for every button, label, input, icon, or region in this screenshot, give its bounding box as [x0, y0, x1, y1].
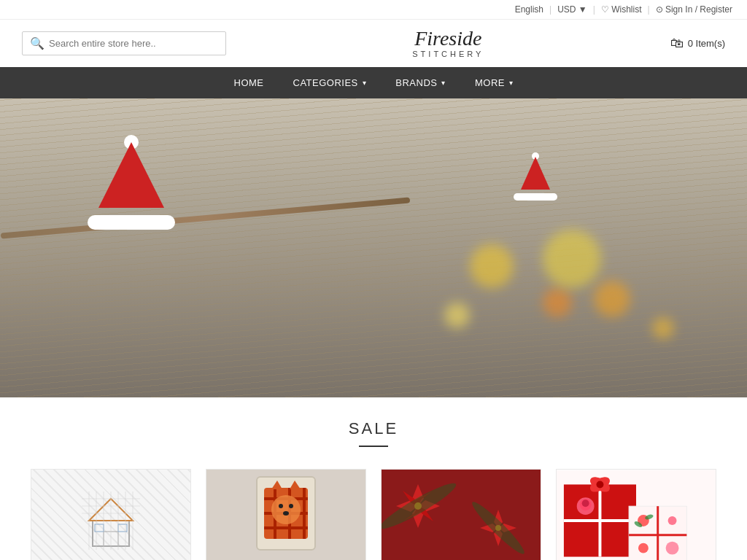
separator-2: |	[593, 4, 595, 15]
svg-point-55	[582, 499, 589, 507]
house-svg	[82, 491, 140, 550]
top-bar: English | USD ▼ | ♡ Wishlist | ⊙ Sign In…	[0, 0, 747, 20]
bokeh-light-6	[652, 317, 674, 339]
santa-hat-left	[88, 142, 175, 230]
chevron-down-icon: ▾	[363, 79, 367, 87]
hero-scene	[0, 98, 747, 397]
product-card-4[interactable]	[556, 469, 716, 560]
chevron-down-icon-2: ▾	[441, 79, 446, 87]
language-selector[interactable]: English	[515, 4, 543, 15]
product-img-giftwrap	[557, 470, 716, 560]
wishlist-link[interactable]: ♡ Wishlist	[601, 4, 642, 15]
search-input[interactable]	[49, 38, 218, 49]
nav-home-label: HOME	[234, 77, 264, 88]
product-image-2	[206, 470, 365, 560]
header: 🔍 Fireside STITCHERY 🛍 0 Item(s)	[0, 20, 747, 67]
logo-sub: STITCHERY	[412, 50, 484, 58]
hat-brim	[88, 215, 175, 230]
product-image-3	[382, 470, 541, 560]
account-link[interactable]: ⊙ Sign In / Register	[656, 4, 732, 15]
product-card-1[interactable]	[31, 469, 191, 560]
sale-section: SALE	[0, 397, 747, 462]
product-card-2[interactable]	[206, 469, 366, 560]
nav-home[interactable]: HOME	[220, 67, 279, 98]
search-bar[interactable]: 🔍	[22, 31, 226, 55]
svg-point-52	[597, 481, 604, 489]
bokeh-light-4	[594, 281, 630, 317]
bokeh-light-5	[444, 303, 470, 328]
bokeh-light-3	[543, 230, 601, 288]
poinsettia-svg	[382, 470, 541, 560]
fox-stocking-svg	[249, 473, 322, 560]
chevron-down-icon-3: ▾	[509, 79, 514, 87]
hero-banner	[0, 98, 747, 397]
hat-brim-sm	[514, 193, 557, 201]
giftwrap-svg	[557, 470, 716, 560]
nav-more-label: MORE	[475, 77, 505, 88]
nav-brands[interactable]: BRANDS ▾	[381, 67, 460, 98]
cart-icon: 🛍	[670, 36, 684, 51]
product-img-canvas	[31, 470, 190, 560]
product-img-poinsettia	[382, 470, 541, 560]
santa-hat-right	[514, 157, 557, 201]
nav-categories-label: CATEGORIES	[293, 77, 358, 88]
nav-categories[interactable]: CATEGORIES ▾	[279, 67, 382, 98]
cart-area[interactable]: 🛍 0 Item(s)	[670, 36, 725, 51]
separator-1: |	[549, 4, 551, 15]
svg-point-25	[289, 504, 293, 508]
product-grid	[0, 462, 747, 560]
site-logo[interactable]: Fireside STITCHERY	[412, 28, 484, 58]
hat-body-sm	[521, 157, 550, 190]
nav-brands-label: BRANDS	[395, 77, 437, 88]
product-image-4	[557, 470, 716, 560]
sale-title: SALE	[0, 419, 747, 438]
product-card-3[interactable]	[381, 469, 541, 560]
bokeh-light-1	[470, 244, 514, 288]
svg-point-23	[271, 495, 301, 524]
svg-point-61	[638, 543, 649, 553]
currency-selector[interactable]: USD ▼	[557, 4, 587, 15]
logo-name: Fireside	[414, 27, 481, 50]
search-icon: 🔍	[30, 36, 44, 50]
svg-point-60	[668, 516, 677, 525]
separator-3: |	[647, 4, 649, 15]
svg-point-24	[279, 504, 283, 508]
svg-point-62	[666, 542, 679, 555]
nav-more[interactable]: MORE ▾	[460, 67, 528, 98]
cart-count: 0 Item(s)	[688, 38, 725, 49]
svg-point-26	[283, 511, 289, 516]
hat-body	[98, 142, 164, 208]
product-img-fox	[206, 470, 365, 560]
product-image-1	[31, 470, 190, 560]
sale-underline	[359, 446, 388, 447]
main-nav: HOME CATEGORIES ▾ BRANDS ▾ MORE ▾	[0, 67, 747, 98]
bokeh-light-2	[543, 288, 572, 317]
